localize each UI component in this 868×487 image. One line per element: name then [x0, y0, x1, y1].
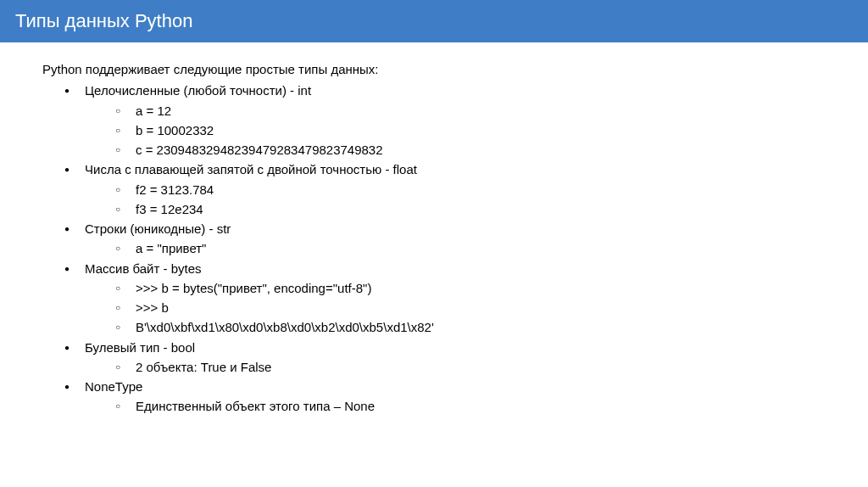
sub-list-item: a = 12: [119, 101, 826, 120]
slide-header: Типы данных Python: [0, 0, 868, 42]
sub-list-item: >>> b = bytes("привет", encoding="utf-8"…: [119, 278, 826, 298]
list-item-label: Числа с плавающей запятой с двойной точн…: [85, 162, 417, 176]
list-item-label: NoneType: [85, 379, 142, 394]
sub-list: f2 = 3123.784f3 = 12e234: [85, 180, 826, 220]
sub-list: Единственный объект этого типа – None: [85, 396, 826, 416]
list-item-label: Массив байт - bytes: [85, 261, 202, 276]
sub-list: a = "привет": [85, 238, 826, 258]
list-item: Булевый тип - bool2 объекта: True и Fals…: [68, 338, 826, 378]
sub-list-item: f3 = 12e234: [119, 199, 826, 219]
slide-content: Python поддерживает следующие простые ти…: [0, 42, 868, 434]
list-item: Числа с плавающей запятой с двойной точн…: [68, 160, 826, 219]
sub-list-item: >>> b: [119, 298, 826, 317]
sub-list: 2 объекта: True и False: [85, 357, 826, 377]
list-item-label: Целочисленные (любой точности) - int: [85, 83, 311, 98]
list-item: Массив байт - bytes>>> b = bytes("привет…: [68, 259, 826, 338]
list-item-label: Строки (юникодные) - str: [85, 221, 231, 236]
list-item: Целочисленные (любой точности) - inta = …: [68, 81, 826, 160]
sub-list-item: a = "привет": [119, 238, 826, 258]
list-item: Строки (юникодные) - stra = "привет": [68, 219, 826, 259]
type-list: Целочисленные (любой точности) - inta = …: [42, 81, 826, 416]
list-item-label: Булевый тип - bool: [85, 340, 195, 355]
sub-list-item: c = 23094832948239479283479823749832: [119, 140, 826, 160]
sub-list: a = 12b = 10002332c = 230948329482394792…: [85, 101, 826, 160]
sub-list-item: 2 объекта: True и False: [119, 357, 826, 377]
sub-list-item: B'\xd0\xbf\xd1\x80\xd0\xb8\xd0\xb2\xd0\x…: [119, 317, 826, 337]
sub-list-item: Единственный объект этого типа – None: [119, 396, 826, 416]
list-item: NoneTypeЕдинственный объект этого типа –…: [68, 377, 826, 417]
sub-list-item: f2 = 3123.784: [119, 180, 826, 199]
sub-list-item: b = 10002332: [119, 120, 826, 140]
intro-text: Python поддерживает следующие простые ти…: [42, 59, 826, 79]
slide-title: Типы данных Python: [15, 10, 192, 31]
sub-list: >>> b = bytes("привет", encoding="utf-8"…: [85, 278, 826, 338]
